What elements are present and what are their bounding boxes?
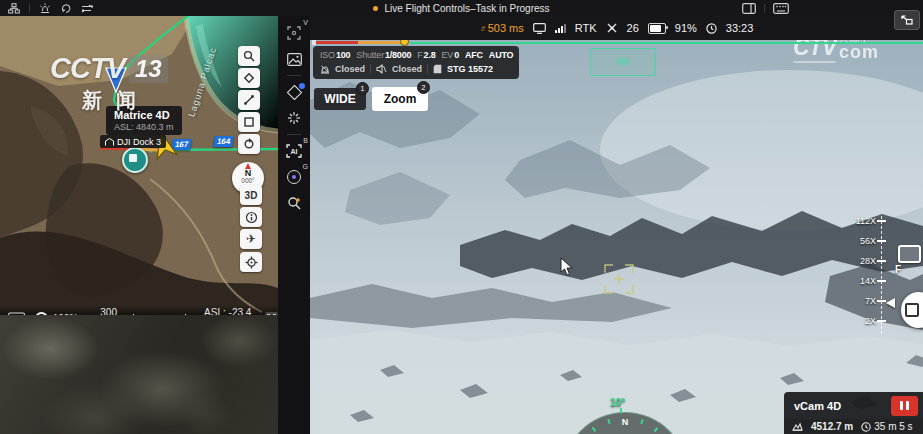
rtk-label: RTK (575, 22, 597, 34)
zoom-level-label[interactable]: 112X (846, 216, 876, 226)
dock-label-pill: DJI Dock 3 (100, 135, 166, 148)
exposure-row: ISO100 Shutter1/8000 F2.8 EV0 AFC AUTO (320, 50, 512, 60)
signal-bars-icon (555, 24, 566, 33)
metering-crosshair (604, 264, 634, 294)
pause-icon (906, 401, 909, 410)
mission-timeline[interactable] (310, 40, 923, 45)
ladder-tick (877, 220, 886, 222)
zoom-level-label[interactable]: 2X (846, 316, 876, 326)
window-title: Live Flight Controls–Task in Progress (384, 3, 549, 14)
map-asl-label: ASL: -23.4 m (204, 307, 260, 315)
popout-arrow-icon (901, 15, 913, 25)
map-3d-button[interactable]: 3D (240, 185, 262, 205)
target-circle-icon (287, 170, 301, 184)
locate-icon (245, 256, 258, 269)
ev-label: EV (442, 50, 454, 60)
ev-value: 0 (454, 50, 459, 60)
sparkle-icon (287, 111, 301, 125)
dock-pad-icon (129, 154, 137, 162)
map-expand-button[interactable] (265, 312, 278, 315)
view-expand-button[interactable]: V (278, 20, 310, 46)
panel-layout-icon[interactable] (742, 3, 756, 14)
ladder-line (881, 216, 882, 334)
hud-tick (654, 427, 658, 432)
compass-needle-north (245, 163, 251, 169)
spotlight-tool-button[interactable] (278, 105, 310, 131)
compass-heading: 000° (232, 178, 264, 185)
flight-info-bar: 4512.7 m 35 m 5 s (784, 419, 923, 434)
measure-icon (243, 94, 255, 106)
map-measure-button[interactable] (238, 90, 260, 110)
ladder-tick (877, 260, 886, 262)
map-area-button[interactable] (238, 112, 260, 132)
clock-icon (706, 23, 717, 34)
battery-icon (648, 23, 666, 34)
ai-detect-button[interactable]: AI B (278, 138, 310, 164)
map-waypoint-button[interactable] (238, 68, 260, 88)
zoom-pointer[interactable] (886, 298, 895, 308)
aircraft-icon: ✈ (246, 232, 256, 246)
waypoint-tool-button[interactable] (278, 79, 310, 105)
beacon-state: Closed (335, 64, 365, 74)
divider (764, 4, 765, 13)
flight-duration: 35 m 5 s (874, 421, 912, 432)
pause-icon (900, 401, 903, 410)
zoom-level-label[interactable]: 28X (846, 256, 876, 266)
map-search-button[interactable] (238, 46, 260, 66)
drone-altitude: ASL: 4840.3 m (114, 122, 174, 132)
map-zoom-percent: 100% (53, 313, 79, 316)
gimbal-pitch-label: 10° (610, 397, 625, 408)
flight-control-app: 167 164 Matrice 4D ASL: 4840.3 m DJI Doc… (0, 0, 923, 434)
waypoint-flag[interactable]: 164 (213, 136, 234, 147)
target-track-button[interactable]: G (278, 164, 310, 190)
zoom-ladder[interactable]: 112X 56X 28X 14X 7X 2X (846, 212, 906, 342)
altitude-icon (792, 422, 803, 431)
expand-corners-icon (267, 314, 276, 316)
channel-subtitle: 新闻 (82, 87, 168, 114)
latency-arrows-icon: ↓↑ (480, 24, 484, 33)
accessory-row: Closed Closed STG 15572 (320, 64, 512, 74)
pip-window-button[interactable] (898, 245, 921, 263)
latency-value: 503 ms (488, 22, 524, 34)
wide-lens-badge: 1 (356, 82, 369, 95)
tool-divider (287, 134, 301, 135)
pause-button[interactable] (891, 396, 918, 416)
media-library-button[interactable] (278, 46, 310, 72)
orbit-icon (243, 138, 255, 150)
storage-value: STG 15572 (447, 64, 493, 74)
expand-view-icon (287, 26, 301, 40)
ladder-tick (877, 240, 886, 242)
status-dot (373, 6, 378, 11)
storage-card-icon (433, 64, 442, 74)
exposure-mode: AUTO (489, 50, 514, 60)
map-3d-label: 3D (245, 190, 258, 201)
map-aircraft-button[interactable]: ✈ (240, 229, 262, 249)
capture-glyph (905, 303, 919, 317)
keyboard-icon[interactable] (8, 312, 25, 315)
info-icon (245, 211, 258, 224)
map-info-button[interactable] (240, 207, 262, 227)
zoom-level-label[interactable]: 56X (846, 236, 876, 246)
popout-window-button[interactable] (894, 10, 920, 30)
ai-shortcut-badge: B (303, 137, 308, 144)
magnifier-plus-icon (287, 196, 302, 211)
camera-settings-panel[interactable]: ISO100 Shutter1/8000 F2.8 EV0 AFC AUTO C… (313, 46, 519, 79)
map-panel[interactable]: 167 164 Matrice 4D ASL: 4840.3 m DJI Doc… (0, 16, 278, 315)
map-zoom-ring-icon[interactable] (35, 312, 48, 316)
keyboard-icon[interactable] (773, 3, 789, 14)
dock-map-marker[interactable] (122, 147, 148, 173)
search-icon (243, 50, 255, 62)
wide-lens-label: WIDE (324, 92, 355, 106)
vcam-title: vCam 4D (794, 400, 841, 412)
map-locate-button[interactable] (240, 252, 262, 272)
tool-column: V AI B G (278, 16, 310, 434)
zoom-level-label[interactable]: 7X (846, 296, 876, 306)
zoom-search-button[interactable] (278, 190, 310, 216)
zoom-level-label[interactable]: 14X (846, 276, 876, 286)
beacon-icon (320, 64, 330, 74)
timeline-segment-orange (358, 41, 404, 44)
dock-camera-feed[interactable] (0, 315, 278, 434)
map-orbit-button[interactable] (238, 134, 260, 154)
satellite-count: 26 (627, 22, 639, 34)
watermark-domain: com (839, 43, 879, 61)
